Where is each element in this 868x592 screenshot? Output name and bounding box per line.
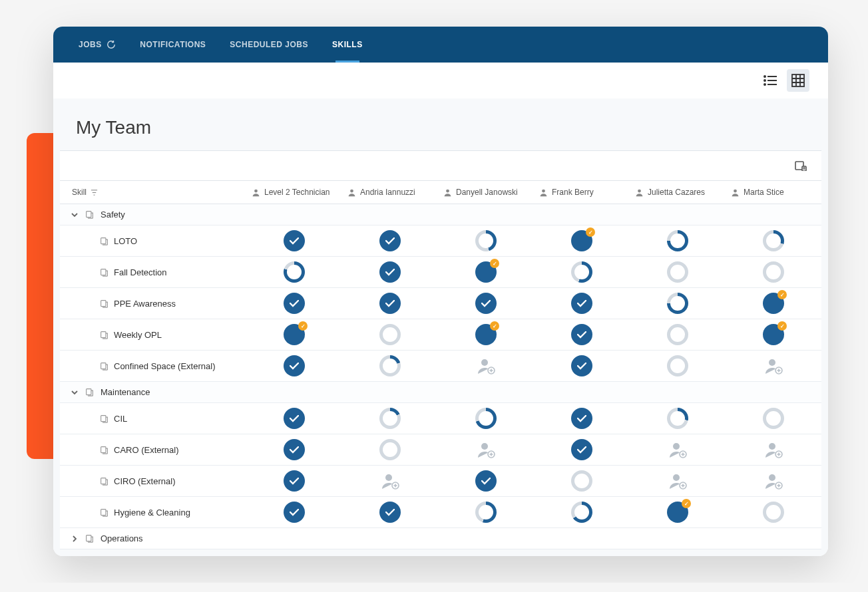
column-header-person[interactable]: Danyell Janowski bbox=[438, 181, 534, 204]
column-header-skill[interactable]: Skill bbox=[60, 181, 246, 204]
status-complete[interactable] bbox=[284, 293, 305, 314]
status-complete[interactable] bbox=[284, 502, 305, 523]
status-progress[interactable] bbox=[763, 293, 784, 314]
assign-person-icon[interactable] bbox=[764, 357, 783, 374]
skill-name-cell[interactable]: Fall Detection bbox=[60, 261, 246, 284]
status-progress[interactable] bbox=[379, 355, 401, 376]
group-row[interactable]: Operations bbox=[60, 528, 821, 549]
status-cell bbox=[534, 351, 630, 380]
status-complete[interactable] bbox=[571, 439, 592, 460]
skill-name-cell[interactable]: CIRO (External) bbox=[60, 470, 246, 493]
status-empty[interactable] bbox=[379, 324, 401, 345]
skill-icon bbox=[100, 299, 108, 308]
chevron-down-icon[interactable] bbox=[71, 211, 79, 219]
status-complete[interactable] bbox=[284, 408, 305, 429]
status-progress[interactable] bbox=[475, 408, 497, 429]
group-label: Safety bbox=[101, 210, 125, 220]
status-progress[interactable] bbox=[667, 502, 688, 523]
status-progress[interactable] bbox=[284, 261, 305, 283]
assign-person-icon[interactable] bbox=[477, 357, 495, 374]
chevron-right-icon[interactable] bbox=[71, 535, 79, 543]
status-complete[interactable] bbox=[475, 293, 497, 314]
status-progress[interactable] bbox=[475, 261, 497, 283]
status-cell bbox=[630, 498, 726, 527]
status-progress[interactable] bbox=[763, 230, 784, 251]
column-header-person[interactable]: Marta Stice bbox=[726, 181, 821, 204]
svg-point-30 bbox=[481, 359, 488, 366]
status-complete[interactable] bbox=[571, 408, 592, 429]
skill-name-cell[interactable]: Hygiene & Cleaning bbox=[60, 501, 246, 524]
column-header-person[interactable]: Andria Iannuzzi bbox=[342, 181, 438, 204]
status-empty[interactable] bbox=[763, 408, 784, 429]
status-complete[interactable] bbox=[379, 230, 401, 251]
status-complete[interactable] bbox=[379, 261, 401, 283]
filter-icon[interactable] bbox=[91, 189, 98, 196]
skill-name-cell[interactable]: LOTO bbox=[60, 229, 246, 253]
nav-tab-skills[interactable]: SKILLS bbox=[320, 27, 375, 63]
status-complete[interactable] bbox=[379, 293, 401, 314]
column-header-person[interactable]: Frank Berry bbox=[534, 181, 630, 204]
status-cell bbox=[246, 435, 342, 464]
status-progress[interactable] bbox=[571, 261, 592, 283]
nav-tab-notifications[interactable]: NOTIFICATIONS bbox=[128, 27, 218, 63]
assign-person-icon[interactable] bbox=[668, 441, 687, 458]
status-progress[interactable] bbox=[667, 230, 688, 251]
skill-name-cell[interactable]: CARO (External) bbox=[60, 438, 246, 462]
status-cell bbox=[246, 466, 342, 496]
nav-tab-jobs[interactable]: JOBS bbox=[67, 27, 128, 63]
status-empty[interactable] bbox=[667, 324, 688, 345]
export-icon[interactable] bbox=[795, 160, 807, 171]
top-nav: JOBS NOTIFICATIONSSCHEDULED JOBSSKILLS bbox=[53, 27, 828, 63]
status-progress[interactable] bbox=[475, 230, 497, 251]
status-progress[interactable] bbox=[475, 502, 497, 523]
status-empty[interactable] bbox=[667, 355, 688, 376]
status-progress[interactable] bbox=[571, 502, 592, 523]
status-progress[interactable] bbox=[667, 408, 688, 429]
column-header-person[interactable]: Julietta Cazares bbox=[630, 181, 726, 204]
status-cell bbox=[438, 404, 534, 433]
status-cell bbox=[342, 257, 438, 287]
list-view-button[interactable] bbox=[759, 69, 781, 92]
status-empty[interactable] bbox=[667, 261, 688, 283]
assign-person-icon[interactable] bbox=[381, 472, 399, 490]
grid-view-button[interactable] bbox=[787, 69, 809, 92]
chevron-down-icon[interactable] bbox=[71, 388, 79, 396]
status-complete[interactable] bbox=[475, 470, 497, 492]
assign-person-icon[interactable] bbox=[764, 472, 783, 490]
assign-person-icon[interactable] bbox=[764, 441, 783, 458]
status-complete[interactable] bbox=[284, 470, 305, 492]
list-icon bbox=[763, 74, 777, 86]
status-progress[interactable] bbox=[475, 324, 497, 345]
status-complete[interactable] bbox=[571, 293, 592, 314]
status-empty[interactable] bbox=[379, 439, 401, 460]
status-complete[interactable] bbox=[284, 230, 305, 251]
assign-person-icon[interactable] bbox=[668, 472, 687, 490]
skill-name-cell[interactable]: PPE Awareness bbox=[60, 292, 246, 315]
skill-label: Weekly OPL bbox=[114, 330, 162, 340]
status-complete[interactable] bbox=[284, 355, 305, 376]
status-progress[interactable] bbox=[667, 293, 688, 314]
column-header-person[interactable]: Level 2 Technician bbox=[246, 181, 342, 204]
group-row[interactable]: Maintenance bbox=[60, 382, 821, 403]
header-label: Marta Stice bbox=[744, 188, 784, 197]
skill-name-cell[interactable]: CIL bbox=[60, 407, 246, 430]
nav-tab-scheduled-jobs[interactable]: SCHEDULED JOBS bbox=[218, 27, 320, 63]
status-progress[interactable] bbox=[763, 324, 784, 345]
nav-tab-label: JOBS bbox=[79, 40, 102, 49]
status-complete[interactable] bbox=[379, 502, 401, 523]
status-complete[interactable] bbox=[571, 355, 592, 376]
status-empty[interactable] bbox=[763, 261, 784, 283]
skill-name-cell[interactable]: Weekly OPL bbox=[60, 323, 246, 347]
status-progress[interactable] bbox=[379, 408, 401, 429]
group-row[interactable]: Safety bbox=[60, 204, 821, 225]
status-complete[interactable] bbox=[571, 324, 592, 345]
status-progress[interactable] bbox=[284, 324, 305, 345]
skill-icon bbox=[100, 414, 108, 423]
status-empty[interactable] bbox=[763, 502, 784, 523]
assign-person-icon[interactable] bbox=[477, 441, 495, 458]
status-cell bbox=[726, 353, 821, 378]
status-empty[interactable] bbox=[571, 470, 592, 492]
skill-name-cell[interactable]: Confined Space (External) bbox=[60, 355, 246, 378]
status-progress[interactable] bbox=[571, 230, 592, 251]
status-complete[interactable] bbox=[284, 439, 305, 460]
